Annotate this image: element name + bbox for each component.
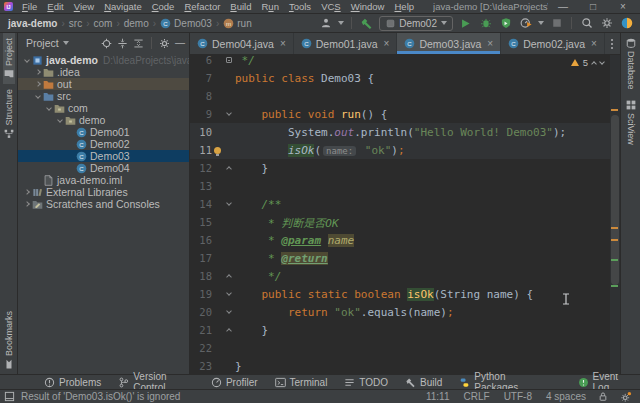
code-line-11[interactable]: 11 isOk(name: "ok"); (190, 141, 620, 159)
caret-position[interactable]: 11:11 (426, 391, 450, 402)
breadcrumb-demo[interactable]: demo (122, 18, 151, 29)
tree-item--idea[interactable]: .idea (18, 66, 189, 78)
code-line-6[interactable]: 6 */ (190, 55, 620, 69)
search-everywhere-icon[interactable] (579, 16, 594, 31)
menu-run[interactable]: Run (256, 1, 283, 12)
next-warning-icon[interactable] (599, 59, 605, 65)
chevron-down-icon[interactable] (22, 58, 31, 62)
editor-tab-demo01-java[interactable]: CDemo01.java× (294, 33, 398, 54)
tab-close-icon[interactable]: × (591, 38, 597, 49)
code-line-17[interactable]: 17 * @return (190, 249, 620, 267)
debug-button[interactable] (478, 16, 493, 31)
menu-view[interactable]: View (69, 1, 99, 12)
toolwindow-button-problems[interactable]: Problems (44, 377, 101, 388)
inspections-widget[interactable]: 5 (571, 57, 604, 68)
tree-item-demo02[interactable]: CDemo02 (18, 138, 189, 150)
chevron-right-icon[interactable] (22, 190, 31, 194)
prev-warning-icon[interactable] (591, 61, 597, 67)
code-line-18[interactable]: 18 */ (190, 267, 620, 285)
editor-tab-demo03-java[interactable]: CDemo03.java× (397, 33, 501, 54)
menu-window[interactable]: Window (346, 1, 390, 12)
code-line-19[interactable]: 19 public static boolean isOk(String nam… (190, 285, 620, 303)
profiler-dropdown-caret-icon[interactable] (538, 21, 544, 25)
code-line-13[interactable]: 13 (190, 177, 620, 195)
coverage-button[interactable] (498, 16, 513, 31)
avatar-dropdown-caret-icon[interactable] (338, 21, 344, 25)
fold-marker-icon[interactable] (223, 293, 235, 295)
tab-options-kebab-icon[interactable] (605, 33, 620, 54)
stop-button[interactable] (549, 16, 564, 31)
user-avatar-icon[interactable] (318, 16, 333, 31)
tree-item-out[interactable]: out (18, 78, 189, 90)
code-line-21[interactable]: 21 } (190, 321, 620, 339)
close-button[interactable]: × (608, 0, 638, 13)
breadcrumb-run[interactable]: mrun (221, 18, 253, 29)
tree-item-scratches-and-consoles[interactable]: Scratches and Consoles (18, 198, 189, 210)
fold-marker-icon[interactable] (223, 275, 235, 277)
menu-code[interactable]: Code (147, 1, 180, 12)
tree-item-java-demo[interactable]: java-demoD:\IdeaProjects\java-demo (18, 54, 189, 66)
tree-item-demo03[interactable]: CDemo03 (18, 150, 189, 162)
breadcrumb-com[interactable]: com (92, 18, 115, 29)
stripe-tab-sciview[interactable]: SciView (625, 95, 637, 150)
plugin-update-icon[interactable] (619, 16, 634, 31)
project-view-dropdown-caret-icon[interactable] (63, 41, 69, 45)
panel-settings-gear-icon[interactable] (159, 38, 170, 49)
code-editor[interactable]: 6 */7public class Demo03 {89 public void… (190, 55, 620, 374)
tab-close-icon[interactable]: × (384, 38, 390, 49)
settings-gear-icon[interactable] (599, 16, 614, 31)
toolwindow-button-todo[interactable]: TODO (344, 377, 388, 388)
chevron-right-icon[interactable] (22, 202, 31, 206)
run-configuration-select[interactable]: Demo02 (379, 16, 453, 31)
fold-marker-icon[interactable] (223, 203, 235, 205)
breadcrumb-demo03[interactable]: CDemo03 (158, 18, 214, 29)
breadcrumb-java-demo[interactable]: java-demo (6, 18, 59, 29)
stripe-tab-structure[interactable]: Structure (3, 84, 15, 144)
error-stripe-mark[interactable] (611, 285, 618, 287)
code-line-14[interactable]: 14 /** (190, 195, 620, 213)
error-stripe-mark[interactable] (611, 109, 618, 111)
code-line-12[interactable]: 12 } (190, 159, 620, 177)
line-ending-indicator[interactable]: CRLF (464, 391, 490, 402)
tab-close-icon[interactable]: × (280, 38, 286, 49)
fold-marker-icon[interactable] (223, 113, 235, 115)
breadcrumb-src[interactable]: src (67, 18, 84, 29)
project-panel-title[interactable]: Project (26, 37, 59, 49)
collapse-all-icon[interactable] (117, 38, 128, 49)
fold-marker-icon[interactable] (223, 167, 235, 169)
fold-marker-icon[interactable] (223, 329, 235, 331)
menu-file[interactable]: File (17, 1, 42, 12)
editor-tab-demo02-java[interactable]: CDemo02.java× (501, 33, 605, 54)
chevron-down-icon[interactable] (33, 94, 42, 98)
tab-close-icon[interactable]: × (487, 38, 493, 49)
notifications-gear-icon[interactable] (620, 391, 632, 403)
error-stripe-mark[interactable] (611, 259, 618, 261)
run-button[interactable] (458, 16, 473, 31)
editor-tab-demo04-java[interactable]: CDemo04.java× (190, 33, 294, 54)
fold-marker-icon[interactable] (223, 57, 235, 63)
tree-item-demo[interactable]: demo (18, 114, 189, 126)
lock-icon[interactable] (598, 391, 608, 402)
menu-build[interactable]: Build (225, 1, 256, 12)
menu-edit[interactable]: Edit (42, 1, 68, 12)
toolwindow-button-terminal[interactable]: Terminal (275, 377, 328, 388)
code-line-15[interactable]: 15 * 判断是否OK (190, 213, 620, 231)
chevron-down-icon[interactable] (55, 118, 64, 122)
profiler-button[interactable] (518, 16, 533, 31)
build-hammer-icon[interactable] (359, 16, 374, 31)
code-line-8[interactable]: 8 (190, 87, 620, 105)
tree-item-demo01[interactable]: CDemo01 (18, 126, 189, 138)
chevron-right-icon[interactable] (33, 82, 42, 86)
stripe-tab-project[interactable]: Project (3, 33, 15, 84)
menu-navigate[interactable]: Navigate (99, 1, 147, 12)
tree-item-java-demo-iml[interactable]: java-demo.iml (18, 174, 189, 186)
menu-vcs[interactable]: VCS (316, 1, 346, 12)
code-line-16[interactable]: 16 * @param name (190, 231, 620, 249)
fold-marker-icon[interactable] (223, 311, 235, 313)
error-stripe-mark[interactable] (611, 239, 618, 241)
tree-item-demo04[interactable]: CDemo04 (18, 162, 189, 174)
toolwindow-button-profiler[interactable]: Profiler (211, 377, 258, 388)
stripe-tab-database[interactable]: Database (625, 33, 637, 95)
toolwindow-toggle-icon[interactable] (4, 391, 15, 402)
indent-indicator[interactable]: 4 spaces (546, 391, 586, 402)
